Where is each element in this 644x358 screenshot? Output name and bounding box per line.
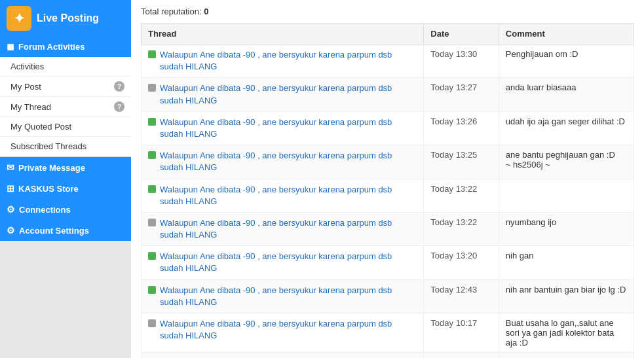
col-thread: Thread [142, 24, 424, 45]
sidebar-logo[interactable]: ✦ Live Posting [0, 0, 131, 36]
connections-label: Connections [19, 205, 71, 215]
table-row: Walaupun Ane dibata -90 , ane bersyukur … [142, 246, 634, 279]
sidebar-item-subscribed-threads[interactable]: Subscribed Threads [0, 137, 131, 156]
date-cell-6: Today 13:20 [424, 246, 499, 279]
thread-cell-7: Walaupun Ane dibata -90 , ane bersyukur … [142, 279, 424, 313]
table-row: Walaupun Ane dibata -90 , ane bersyukur … [142, 145, 634, 179]
thread-link[interactable]: Walaupun Ane dibata -90 , ane bersyukur … [160, 82, 417, 106]
table-row: Walaupun Ane dibata -90 , ane bersyukur … [142, 111, 634, 145]
status-dot [148, 219, 156, 226]
connections-icon: ⚙ [7, 204, 15, 215]
logo-text: Live Posting [37, 12, 99, 24]
sidebar-item-my-thread[interactable]: My Thread ? [0, 97, 131, 117]
thread-link[interactable]: Walaupun Ane dibata -90 , ane bersyukur … [160, 150, 417, 173]
date-cell-3: Today 13:25 [424, 145, 499, 179]
forum-activities-label: Forum Activities [18, 42, 85, 52]
col-comment: Comment [499, 24, 634, 45]
thread-link[interactable]: Walaupun Ane dibata -90 , ane bersyukur … [160, 285, 417, 308]
date-cell-8: Today 10:17 [424, 313, 499, 353]
comment-cell-0: Penghijauan om :D [499, 45, 634, 78]
thread-link[interactable]: Walaupun Ane dibata -90 , ane bersyukur … [160, 184, 417, 207]
comment-cell-4 [499, 179, 634, 212]
thread-link[interactable]: Walaupun Ane dibata -90 , ane bersyukur … [160, 116, 417, 140]
comment-cell-6: nih gan [499, 246, 634, 279]
thread-link[interactable]: Walaupun Ane dibata -90 , ane bersyukur … [160, 49, 417, 73]
thread-cell-9: Walaupun Ane dibata -90 , ane bersyukur … [142, 353, 424, 359]
table-row: Walaupun Ane dibata -90 , ane bersyukur … [142, 179, 634, 212]
activities-table: Thread Date Comment Walaupun Ane dibata … [141, 23, 634, 358]
table-row: Walaupun Ane dibata -90 , ane bersyukur … [142, 212, 634, 245]
date-cell-0: Today 13:30 [424, 45, 499, 78]
account-settings-icon: ⚙ [7, 225, 15, 236]
my-post-badge: ? [114, 81, 124, 92]
comment-cell-8: Buat usaha lo gan,,salut ane sori ya gan… [499, 313, 634, 353]
subscribed-threads-label: Subscribed Threads [10, 141, 86, 151]
table-row: Walaupun Ane dibata -90 , ane bersyukur … [142, 313, 634, 353]
thread-cell-5: Walaupun Ane dibata -90 , ane bersyukur … [142, 212, 424, 245]
total-reputation: Total reputation: 0 [141, 7, 634, 16]
status-dot [148, 151, 156, 159]
private-message-icon: ✉ [7, 162, 14, 173]
sidebar-section-kaskus-store[interactable]: ⊞ KASKUS Store [0, 178, 131, 199]
total-rep-label: Total reputation: [141, 7, 202, 16]
sidebar-item-activities[interactable]: Activities [0, 57, 131, 77]
date-cell-2: Today 13:26 [424, 111, 499, 145]
total-rep-value: 0 [204, 7, 208, 16]
table-row: Walaupun Ane dibata -90 , ane bersyukur … [142, 279, 634, 313]
forum-activities-menu: Activities My Post ? My Thread ? My Quot… [0, 57, 131, 157]
status-dot [148, 252, 156, 260]
status-dot [148, 286, 156, 294]
sidebar-item-my-quoted-post[interactable]: My Quoted Post [0, 117, 131, 137]
private-message-label: Private Message [18, 163, 85, 173]
thread-link[interactable]: Walaupun Ane dibata -90 , ane bersyukur … [160, 318, 417, 342]
date-cell-9: Yesterday 22:58 [424, 353, 499, 359]
my-thread-badge: ? [114, 101, 124, 112]
my-post-label: My Post [10, 82, 41, 92]
sidebar-section-connections[interactable]: ⚙ Connections [0, 199, 131, 220]
my-thread-label: My Thread [10, 102, 51, 112]
comment-cell-3: ane bantu peghijauan gan :D ~ hs2506j ~ [499, 145, 634, 179]
sidebar-section-forum-activities[interactable]: ◼ Forum Activities [0, 36, 131, 57]
sidebar: ✦ Live Posting ◼ Forum Activities Activi… [0, 0, 131, 358]
table-header-row: Thread Date Comment [142, 24, 634, 45]
sidebar-section-account-settings[interactable]: ⚙ Account Settings [0, 220, 131, 241]
status-dot [148, 50, 156, 58]
status-dot [148, 118, 156, 126]
comment-cell-1: anda luarr biasaaa [499, 78, 634, 111]
thread-cell-0: Walaupun Ane dibata -90 , ane bersyukur … [142, 45, 424, 78]
table-row: Walaupun Ane dibata -90 , ane bersyukur … [142, 45, 634, 78]
thread-cell-6: Walaupun Ane dibata -90 , ane bersyukur … [142, 246, 424, 279]
sidebar-item-my-post[interactable]: My Post ? [0, 77, 131, 97]
comment-cell-7: nih anr bantuin gan biar ijo lg :D [499, 279, 634, 313]
kaskus-store-icon: ⊞ [7, 183, 14, 194]
thread-cell-4: Walaupun Ane dibata -90 , ane bersyukur … [142, 179, 424, 212]
comment-cell-9 [499, 353, 634, 359]
kaskus-store-label: KASKUS Store [18, 184, 79, 194]
table-row: Walaupun Ane dibata -90 , ane bersyukur … [142, 353, 634, 359]
thread-link[interactable]: Walaupun Ane dibata -90 , ane bersyukur … [160, 217, 417, 241]
activities-label: Activities [10, 62, 44, 71]
logo-icon: ✦ [7, 6, 31, 31]
forum-activities-icon: ◼ [7, 41, 14, 52]
status-dot [148, 185, 156, 193]
account-settings-label: Account Settings [19, 226, 89, 236]
thread-cell-8: Walaupun Ane dibata -90 , ane bersyukur … [142, 313, 424, 353]
thread-cell-2: Walaupun Ane dibata -90 , ane bersyukur … [142, 111, 424, 145]
status-dot [148, 319, 156, 327]
main-content: Total reputation: 0 Thread Date Comment … [131, 0, 644, 358]
thread-link[interactable]: Walaupun Ane dibata -90 , ane bersyukur … [160, 251, 417, 274]
thread-cell-1: Walaupun Ane dibata -90 , ane bersyukur … [142, 78, 424, 111]
comment-cell-5: nyumbang ijo [499, 212, 634, 245]
date-cell-7: Today 12:43 [424, 279, 499, 313]
comment-cell-2: udah ijo aja gan seger dilihat :D [499, 111, 634, 145]
thread-cell-3: Walaupun Ane dibata -90 , ane bersyukur … [142, 145, 424, 179]
date-cell-5: Today 13:22 [424, 212, 499, 245]
col-date: Date [424, 24, 499, 45]
sidebar-section-private-message[interactable]: ✉ Private Message [0, 157, 131, 178]
date-cell-1: Today 13:27 [424, 78, 499, 111]
status-dot [148, 84, 156, 92]
my-quoted-post-label: My Quoted Post [10, 122, 71, 132]
date-cell-4: Today 13:22 [424, 179, 499, 212]
table-row: Walaupun Ane dibata -90 , ane bersyukur … [142, 78, 634, 111]
